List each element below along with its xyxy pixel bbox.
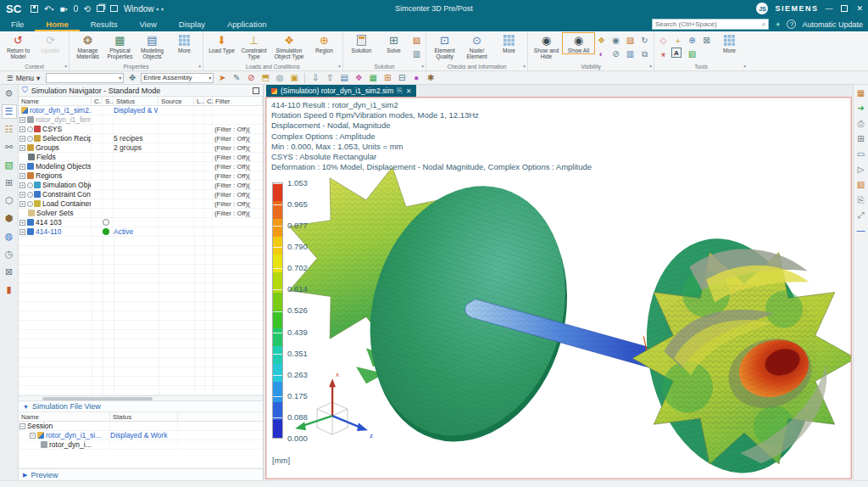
group-dialog-caret-icon[interactable]: ▾ [338,64,341,69]
solution-button[interactable]: Solution [346,33,377,53]
lasso-select-icon[interactable]: ✎ [231,73,242,82]
collapse-icon[interactable]: − [19,423,25,429]
immersive-display-icon[interactable]: ❖ [595,34,608,47]
new-window-icon[interactable] [110,5,118,12]
toolbox-icon[interactable]: ⊠ [2,265,17,279]
tab-file[interactable]: File [0,18,35,31]
return-to-model-button[interactable]: ↺Return to Model [3,33,34,59]
group-dialog-caret-icon[interactable]: ▾ [649,64,652,69]
layer-settings-icon[interactable]: ▥ [624,48,637,60]
point-icon[interactable]: ＋ [671,34,684,47]
pin-tab-icon[interactable]: ⎘ [397,87,402,95]
settings-gear-icon[interactable]: ⚙ [2,87,17,101]
xy-function-navigator-icon[interactable]: ▧ [2,158,17,172]
expand-icon[interactable]: + [19,220,25,226]
group-dialog-caret-icon[interactable]: ▾ [421,64,424,69]
tab-view[interactable]: View [128,18,167,31]
group-dialog-caret-icon[interactable]: ▾ [743,64,746,69]
tab-home[interactable]: Home [35,18,79,31]
visibility-eye-icon[interactable] [27,201,33,207]
table-row[interactable]: rotor_dyn_i1_sim2.sim Displayed & W... [19,106,263,115]
mesh-display-icon[interactable]: ▦ [367,73,379,82]
properties-more-button[interactable]: More [169,33,200,53]
close-button[interactable]: ✕ [856,4,863,13]
part-combo[interactable]: ▾ [46,73,124,83]
reuse-library-icon[interactable]: ⬡ [2,193,17,208]
checks-more-button[interactable]: More [493,33,525,53]
region-button[interactable]: ⊕Region [309,33,340,53]
collapse-arrow-icon[interactable]: ▼ [23,404,29,410]
deselect-icon[interactable]: ⊘ [245,73,257,82]
expand-icon[interactable]: + [19,164,25,170]
expand-icon[interactable]: + [19,145,25,151]
stop-icon[interactable]: ■▾ [59,4,67,14]
expand-icon[interactable]: + [19,182,25,188]
part-navigator-icon[interactable]: ⊞ [2,176,17,190]
refresh-display-icon[interactable]: ↻ [638,34,651,47]
highlight-icon[interactable]: ◎ [274,73,286,82]
table-row[interactable]: +Modeling Objects (Filter : Off)( [19,162,263,171]
solution-active-indicator[interactable] [103,228,109,235]
window-copy-icon[interactable]: ⧉ [638,48,651,60]
expand-icon[interactable]: + [19,117,25,123]
undo-icon[interactable]: ↶▾ [44,4,53,14]
arrow-down-icon[interactable]: ⇩ [309,73,321,82]
post-calculator-icon[interactable]: ▦ [855,87,867,98]
sketch-plane-icon[interactable]: ◇ [657,34,670,47]
fit-view-icon[interactable]: ▣ [288,73,300,82]
web-browser-icon[interactable]: ◍ [2,229,17,244]
expand-arrow-icon[interactable]: ▶ [23,472,27,479]
select-filter-icon[interactable]: ⬒ [259,73,271,82]
show-and-hide-button[interactable]: ◉Show and Hide [531,33,562,59]
tools-more-button[interactable]: More [714,33,745,53]
visibility-eye-icon[interactable] [27,126,33,132]
node-element-button[interactable]: ⊙Node/ Element [461,33,492,59]
table-row[interactable]: +Constraint Contai... (Filter : Off)( [19,190,263,199]
selection-scope-combo[interactable]: Entire Assembly▾ [141,73,214,83]
tab-application[interactable]: Application [216,18,277,31]
clipboard-icon[interactable]: ⎘ [855,194,867,205]
render-style-icon[interactable]: ● [410,73,422,82]
table-row[interactable]: +Groups 2 groups(Filter : Off)( [19,143,263,153]
tab-display[interactable]: Display [168,18,216,31]
update-button[interactable]: ⟳Update [35,33,66,53]
ai-assistant-icon[interactable]: ✦ [775,20,782,29]
post-processing-navigator-icon[interactable]: ☷ [2,122,17,137]
solution-inactive-indicator[interactable] [103,219,109,226]
expand-icon[interactable]: + [19,173,25,179]
search-icon[interactable]: ⌕ [762,20,768,29]
navigator-column-headers[interactable]: NameC.S..StatusSourceL..C.Filter [19,97,263,106]
modeling-objects-button[interactable]: ▤Modeling Objects [136,33,168,59]
measure-icon[interactable]: ⊕ [686,34,698,47]
annotation-icon[interactable]: A [671,48,682,58]
file-view-column-headers[interactable]: NameStatus [19,412,263,422]
simulation-file-view-header[interactable]: ▼ Simulation File View [19,400,263,412]
grid-on-icon[interactable]: ⊞ [381,73,393,82]
macro-icon[interactable]: ⊠ [700,34,713,47]
group-dialog-caret-icon[interactable]: ▾ [523,64,526,69]
table-row[interactable]: −Session [19,422,263,431]
print-display-icon[interactable]: ⎙ [855,118,867,129]
group-dialog-caret-icon[interactable]: ▾ [64,64,67,69]
command-search[interactable]: ⌕ [652,19,769,30]
table-row[interactable]: +Simulation Objec... (Filter : Off)( [19,181,263,190]
show-icon[interactable]: ◉ [609,34,622,47]
expand-icon[interactable]: + [19,126,25,132]
simulation-object-type-button[interactable]: ❖Simulation Object Type [270,33,308,59]
table-row[interactable]: rotor_dyn_i... [19,440,263,450]
arrow-up-icon[interactable]: ⇧ [324,73,336,82]
search-input[interactable] [653,20,762,28]
table-row[interactable]: +rotor_dyn_i1_fem... [19,115,263,125]
new-view-icon[interactable]: ▭ [855,148,867,160]
manage-materials-button[interactable]: ❂Manage Materials [72,33,103,59]
cascade-windows-icon[interactable] [97,5,104,12]
load-type-button[interactable]: ⬇Load Type [206,33,237,53]
snap-point-icon[interactable]: ✥ [126,73,138,82]
solution-report-icon[interactable]: ▥ [410,48,423,60]
table-row[interactable]: +Load Container (Filter : Off)( [19,199,263,209]
play-animation-icon[interactable]: ▷ [855,164,867,175]
viewport-tab[interactable]: (Simulation) rotor_dyn_i1_sim2.sim ⎘ ✕ [266,85,416,97]
edit-object-display-icon[interactable]: ◐ [595,48,608,60]
group-dialog-caret-icon[interactable]: ▾ [198,64,201,69]
help-icon[interactable]: ? [787,20,796,29]
